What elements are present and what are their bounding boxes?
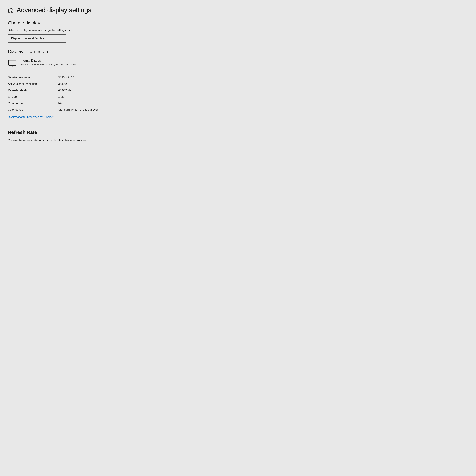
display-dropdown-value: Display 1: Internal Display: [11, 37, 44, 40]
device-connection: Display 1: Connected to Intel(R) UHD Gra…: [20, 63, 76, 66]
chevron-down-icon: ⌄: [61, 37, 63, 40]
property-label: Bit depth: [8, 94, 58, 100]
choose-display-title: Choose display: [8, 20, 468, 25]
property-value: 3840 × 2160: [58, 74, 468, 81]
display-information-section: Display information Internal Display Dis…: [8, 49, 468, 125]
property-label: Active signal resolution: [8, 81, 58, 87]
display-information-title: Display information: [8, 49, 468, 54]
property-label: Color space: [8, 107, 58, 113]
display-properties-table: Desktop resolution 3840 × 2160 Active si…: [8, 74, 468, 113]
property-label: Desktop resolution: [8, 74, 58, 81]
refresh-rate-title: Refresh Rate: [8, 130, 468, 135]
page-title: Advanced display settings: [17, 6, 91, 14]
property-value: Standard dynamic range (SDR): [58, 107, 468, 113]
table-row: Bit depth 8-bit: [8, 94, 468, 100]
table-row: Active signal resolution 3840 × 2160: [8, 81, 468, 87]
property-label: Refresh rate (Hz): [8, 87, 58, 94]
svg-rect-0: [9, 60, 16, 66]
adapter-properties-link[interactable]: Display adapter properties for Display 1: [8, 116, 55, 119]
display-device: Internal Display Display 1: Connected to…: [8, 57, 468, 69]
refresh-rate-description: Choose the refresh rate for your display…: [8, 138, 468, 142]
monitor-icon: [8, 59, 17, 68]
device-info: Internal Display Display 1: Connected to…: [20, 59, 76, 66]
choose-display-section: Choose display Select a display to view …: [8, 20, 468, 42]
device-name: Internal Display: [20, 59, 76, 63]
refresh-rate-section: Refresh Rate Choose the refresh rate for…: [8, 130, 468, 142]
table-row: Color space Standard dynamic range (SDR): [8, 107, 468, 113]
table-row: Desktop resolution 3840 × 2160: [8, 74, 468, 81]
table-row: Refresh rate (Hz) 60.002 Hz: [8, 87, 468, 94]
home-icon[interactable]: [8, 7, 14, 13]
property-value: 8-bit: [58, 94, 468, 100]
choose-display-subtitle: Select a display to view or change the s…: [8, 29, 468, 32]
property-label: Color format: [8, 100, 58, 107]
property-value: RGB: [58, 100, 468, 107]
property-value: 60.002 Hz: [58, 87, 468, 94]
table-row: Color format RGB: [8, 100, 468, 107]
property-value: 3840 × 2160: [58, 81, 468, 87]
page-header: Advanced display settings: [8, 6, 468, 14]
display-dropdown[interactable]: Display 1: Internal Display ⌄: [8, 34, 66, 42]
